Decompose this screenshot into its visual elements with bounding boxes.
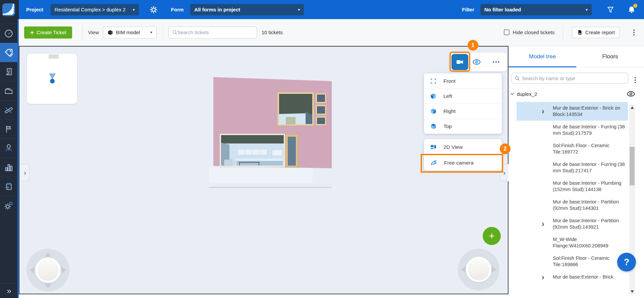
- kebab-dot: [633, 32, 635, 33]
- add-ticket-fab[interactable]: +: [483, 227, 501, 245]
- sidebar-item-tickets[interactable]: [0, 43, 17, 62]
- sidebar-item-reports[interactable]: [0, 62, 17, 81]
- visibility-toggle[interactable]: [627, 90, 635, 100]
- camera-modes-menu: 2D View Free camera: [424, 139, 502, 171]
- tree-root-duplex2[interactable]: › duplex_2: [512, 91, 537, 97]
- free-camera-bird-icon: [430, 159, 437, 167]
- tree-item[interactable]: Mur de base:Interior - Partition (92mm S…: [517, 196, 628, 215]
- ticket-search[interactable]: [168, 26, 257, 39]
- eye-icon: [472, 58, 481, 66]
- video-camera-icon: [455, 58, 464, 66]
- joystick-knob[interactable]: [466, 257, 491, 282]
- filter-dropdown[interactable]: No filter loaded ▾: [480, 4, 592, 15]
- project-dropdown-value: Residential Complex > duplex 2: [55, 7, 125, 12]
- ticket-search-input[interactable]: [177, 29, 253, 35]
- camera-views-button[interactable]: [451, 54, 468, 70]
- joystick-left-arrow[interactable]: [30, 267, 35, 274]
- menu-item-left[interactable]: Left: [424, 88, 502, 104]
- app-logo[interactable]: [0, 0, 17, 19]
- scroll-down-arrow[interactable]: [631, 290, 634, 293]
- sidebar-item-transfer[interactable]: [0, 177, 17, 196]
- chevron-right-icon[interactable]: ›: [542, 107, 544, 116]
- sidebar-item-people[interactable]: [0, 138, 17, 158]
- tutorial-step-badge-1: 1: [468, 40, 478, 51]
- tree-item[interactable]: M_W-Wide Flange:W410X60:208949: [517, 233, 628, 252]
- joystick-knob[interactable]: [35, 257, 61, 283]
- tree-item[interactable]: Sol:Finish Floor - Ceramic Tile:169772: [517, 139, 628, 158]
- camera-views-menu: Front Left Right: [424, 73, 502, 134]
- tab-floors[interactable]: Floors: [576, 46, 644, 67]
- joystick-down-arrow[interactable]: [45, 284, 51, 288]
- tree-item[interactable]: Mur de base:Interior - Plumbing (152mm S…: [517, 177, 628, 196]
- scroll-up-arrow[interactable]: [631, 106, 634, 109]
- sidebar-item-measure[interactable]: [0, 100, 17, 119]
- chevron-down-icon: ▾: [133, 7, 135, 12]
- pinned-report-icon: [4, 67, 13, 76]
- tree-item[interactable]: › Mur de base:Exterior - Brick on Block:…: [517, 102, 628, 121]
- chevron-right-icon[interactable]: ›: [542, 273, 544, 282]
- help-button[interactable]: ?: [617, 253, 636, 272]
- tickets-tag-icon: [4, 48, 14, 58]
- menu-item-2d-view[interactable]: 2D View: [424, 139, 502, 155]
- left-panel-expand-handle[interactable]: ›: [21, 164, 30, 181]
- tree-item[interactable]: Mur de base:Interior - Furring (38 mm St…: [517, 158, 628, 177]
- bar-chart-icon: [4, 163, 13, 172]
- kebab-dot: [635, 82, 636, 83]
- menu-item-top[interactable]: Top: [424, 119, 502, 134]
- sidebar-item-settings[interactable]: [0, 196, 17, 215]
- joystick-right-arrow[interactable]: [61, 267, 66, 274]
- tree-item[interactable]: › Mur de base:Exterior - Brick: [517, 271, 628, 283]
- joystick-up-arrow[interactable]: [45, 252, 51, 257]
- menu-item-right[interactable]: Right: [424, 104, 502, 119]
- sidebar-item-folders[interactable]: [0, 81, 17, 100]
- toolbar-more-button[interactable]: [631, 27, 637, 38]
- viewport-more-button[interactable]: [489, 53, 503, 71]
- kebab-dot: [635, 77, 636, 78]
- sidebar-item-dashboard[interactable]: [0, 24, 17, 43]
- notification-dot: [633, 4, 637, 8]
- menu-item-free-camera[interactable]: Free camera: [424, 155, 502, 171]
- menu-item-label: Top: [443, 123, 452, 129]
- project-dropdown[interactable]: Residential Complex > duplex 2 ▾: [51, 4, 139, 15]
- project-settings-button[interactable]: [150, 6, 158, 14]
- create-report-button[interactable]: Create report: [572, 27, 620, 38]
- tree-item[interactable]: Sol:Finish Floor - Ceramic Tile:169866: [517, 252, 628, 271]
- tab-model-tree[interactable]: Model tree: [508, 46, 576, 67]
- create-report-label: Create report: [585, 29, 615, 35]
- kebab-dot: [633, 34, 635, 36]
- hide-closed-checkbox[interactable]: [504, 29, 509, 35]
- tree-options-button[interactable]: [633, 75, 638, 85]
- sidebar-item-flags[interactable]: [0, 119, 17, 138]
- menu-item-label: Left: [443, 93, 452, 99]
- view-label: View: [88, 29, 99, 35]
- sidebar-item-charts[interactable]: [0, 158, 17, 177]
- scrollbar-thumb[interactable]: [630, 147, 635, 185]
- model-viewport[interactable]: 1 Front Left: [19, 46, 508, 294]
- tree-item[interactable]: Mur de base:Interior - Furring (38 mm St…: [517, 121, 628, 139]
- menu-item-front[interactable]: Front: [424, 73, 502, 88]
- visibility-button[interactable]: [469, 53, 484, 71]
- question-mark-icon: ?: [624, 257, 630, 267]
- move-joystick[interactable]: [26, 249, 69, 292]
- minimap[interactable]: [27, 54, 77, 104]
- bim-model-render[interactable]: [202, 68, 343, 195]
- filter-funnel-button[interactable]: [606, 6, 614, 14]
- app-logo-icon: [2, 3, 15, 16]
- create-ticket-button[interactable]: + Create Ticket: [24, 26, 72, 39]
- top-bar: Project Residential Complex > duplex 2 ▾…: [19, 0, 644, 19]
- joystick-right-arrow[interactable]: [492, 266, 496, 273]
- look-joystick[interactable]: [458, 249, 499, 290]
- model-tree-search-input[interactable]: [522, 75, 625, 81]
- tree-item[interactable]: › Mur de base:Interior - Partition (92mm…: [517, 215, 628, 233]
- sidebar-expand-button[interactable]: »: [0, 283, 17, 298]
- settings-gears-icon: [4, 200, 14, 211]
- form-dropdown[interactable]: All forms in project ▾: [190, 4, 304, 15]
- chevron-right-icon[interactable]: ›: [542, 220, 544, 229]
- model-tree-search[interactable]: [512, 73, 628, 83]
- joystick-left-arrow[interactable]: [461, 266, 466, 273]
- hide-closed-label: Hide closed tickets: [513, 29, 555, 35]
- view-dropdown[interactable]: BIM model ▾: [103, 26, 157, 39]
- notifications-button[interactable]: [627, 5, 636, 14]
- app-window: » Project Residential Complex > duplex 2…: [0, 0, 644, 298]
- divider: [163, 25, 163, 40]
